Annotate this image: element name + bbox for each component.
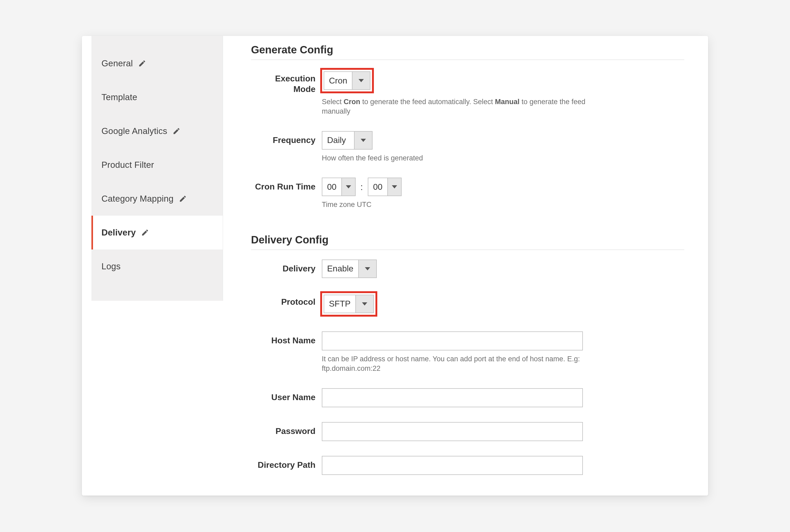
chevron-down-icon (354, 132, 372, 149)
label-delivery: Delivery (251, 260, 322, 274)
label-cron-run-time: Cron Run Time (251, 177, 322, 192)
delivery-select[interactable]: Enable (322, 260, 377, 278)
delivery-value: Enable (322, 260, 358, 278)
sidebar-item-label: Template (101, 92, 137, 102)
execution-mode-select[interactable]: Cron (324, 71, 370, 90)
user-name-input[interactable] (322, 388, 583, 407)
pencil-icon (173, 127, 180, 135)
sidebar-item-label: Delivery (101, 228, 136, 238)
pencil-icon (179, 195, 187, 203)
form-area: Generate Config Execution Mode Cron (251, 36, 690, 478)
password-input[interactable] (322, 422, 583, 441)
settings-panel: General Template Google Analytics Produc… (82, 36, 708, 496)
cron-minute-value: 00 (368, 178, 387, 195)
cron-hour-value: 00 (322, 178, 341, 195)
chevron-down-icon (387, 178, 401, 195)
chevron-down-icon (358, 260, 376, 278)
cron-hour-select[interactable]: 00 (322, 177, 355, 196)
hint-host-name: It can be IP address or host name. You c… (322, 354, 586, 374)
section-heading-delivery: Delivery Config (251, 228, 684, 250)
sidebar-item-template[interactable]: Template (92, 80, 223, 114)
label-host-name: Host Name (251, 331, 322, 346)
protocol-select[interactable]: SFTP (324, 295, 374, 313)
label-directory-path: Directory Path (251, 456, 322, 470)
chevron-down-icon (341, 178, 355, 195)
pencil-icon (141, 229, 149, 236)
protocol-value: SFTP (324, 295, 355, 312)
sidebar-item-logs[interactable]: Logs (92, 249, 223, 283)
frequency-value: Daily (322, 132, 354, 149)
sidebar-item-label: Logs (101, 261, 120, 271)
label-execution-mode: Execution Mode (251, 70, 322, 94)
label-password: Password (251, 422, 322, 436)
sidebar-item-label: Category Mapping (101, 194, 174, 204)
sidebar-item-label: Product Filter (101, 160, 154, 170)
sidebar-tabs: General Template Google Analytics Produc… (92, 36, 223, 301)
sidebar-item-google-analytics[interactable]: Google Analytics (92, 114, 223, 148)
pencil-icon (138, 59, 146, 68)
highlight-execution-mode: Cron (320, 68, 374, 93)
directory-path-input[interactable] (322, 456, 583, 475)
sidebar-item-delivery[interactable]: Delivery (92, 216, 223, 249)
hint-execution-mode: Select Cron to generate the feed automat… (322, 97, 586, 116)
hint-cron-run-time: Time zone UTC (322, 200, 586, 209)
hint-frequency: How often the feed is generated (322, 153, 586, 163)
host-name-input[interactable] (322, 331, 583, 350)
label-protocol: Protocol (251, 293, 322, 307)
frequency-select[interactable]: Daily (322, 131, 372, 150)
highlight-protocol: SFTP (320, 291, 377, 317)
section-heading-generate: Generate Config (251, 38, 684, 60)
sidebar-item-label: General (101, 58, 133, 69)
label-frequency: Frequency (251, 131, 322, 145)
execution-mode-value: Cron (324, 72, 352, 89)
chevron-down-icon (352, 72, 370, 89)
sidebar-item-product-filter[interactable]: Product Filter (92, 148, 223, 182)
sidebar-item-label: Google Analytics (101, 126, 167, 136)
sidebar-item-category-mapping[interactable]: Category Mapping (92, 182, 223, 216)
time-separator: : (357, 177, 366, 196)
cron-minute-select[interactable]: 00 (368, 177, 402, 196)
sidebar-item-general[interactable]: General (92, 46, 223, 80)
label-user-name: User Name (251, 388, 322, 402)
chevron-down-icon (355, 295, 373, 312)
